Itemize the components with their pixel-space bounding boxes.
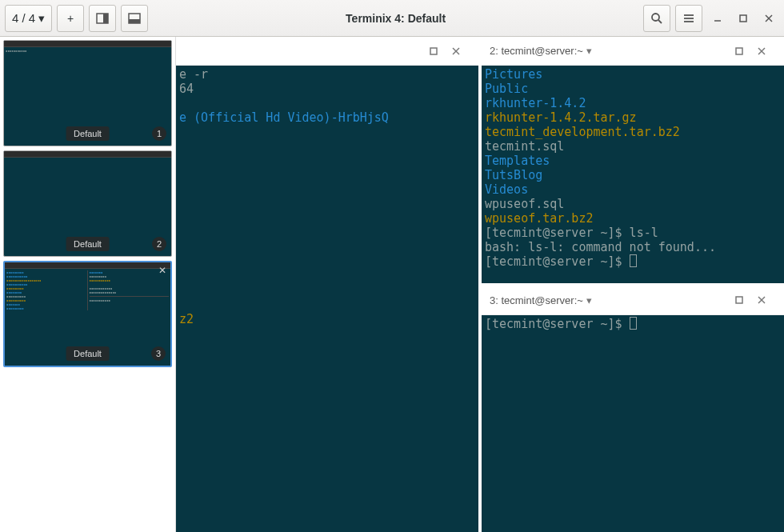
svg-rect-10 bbox=[740, 15, 746, 22]
pane-close-button[interactable] bbox=[757, 46, 776, 56]
svg-line-5 bbox=[658, 20, 662, 23]
split-down-button[interactable] bbox=[121, 5, 148, 32]
terminal-left[interactable]: e -r 64 e (Official Hd Video)-HrbHjsQ z2 bbox=[176, 66, 478, 532]
close-icon bbox=[764, 14, 774, 23]
minimize-icon bbox=[713, 14, 722, 23]
minimize-button[interactable] bbox=[707, 8, 728, 29]
header-bar: 4 / 4 ▾ + Terminix 4: Default bbox=[0, 0, 784, 37]
hamburger-icon bbox=[682, 12, 695, 25]
session-number: 1 bbox=[152, 126, 166, 141]
maximize-icon bbox=[734, 46, 744, 56]
pane-header-top-right: 2: tecmint@server:~ ▾ bbox=[482, 37, 784, 66]
split-right-icon bbox=[96, 12, 109, 25]
pane-header-left bbox=[176, 37, 478, 66]
content-area: ▪▪▪▪▪▪▪▪▪▪▪ Default 1 Default 2 ✕ ▪▪▪▪▪▪… bbox=[0, 37, 784, 532]
svg-rect-3 bbox=[129, 19, 140, 23]
session-name: Default bbox=[66, 346, 110, 361]
session-number: 2 bbox=[152, 237, 166, 251]
pane-close-button[interactable] bbox=[757, 295, 776, 305]
svg-rect-16 bbox=[736, 48, 742, 54]
pane-title: 3: tecmint@server:~ bbox=[490, 294, 583, 306]
maximize-icon bbox=[738, 14, 748, 23]
bottom-right-pane: 3: tecmint@server:~ ▾ [tecmint@server ~]… bbox=[482, 286, 784, 533]
session-thumb-3[interactable]: ✕ ▪▪▪▪▪▪▪▪▪▪▪▪▪▪▪▪▪▪▪▪▪▪▪▪▪▪▪▪▪▪▪▪▪▪▪▪▪▪… bbox=[3, 261, 172, 367]
plus-icon: + bbox=[67, 12, 74, 25]
maximize-icon bbox=[734, 295, 744, 305]
maximize-button[interactable] bbox=[733, 8, 754, 29]
pane-header-bottom-right: 3: tecmint@server:~ ▾ bbox=[482, 286, 784, 315]
svg-point-4 bbox=[652, 14, 659, 21]
search-button[interactable] bbox=[643, 5, 670, 32]
pane-close-button[interactable] bbox=[451, 46, 470, 56]
top-right-pane: 2: tecmint@server:~ ▾ Pictures Public rk… bbox=[482, 37, 784, 283]
close-icon bbox=[451, 46, 461, 56]
chevron-down-icon: ▾ bbox=[38, 11, 45, 26]
session-number: 3 bbox=[151, 346, 166, 361]
session-name: Default bbox=[66, 126, 110, 141]
left-pane: e -r 64 e (Official Hd Video)-HrbHjsQ z2 bbox=[176, 37, 478, 532]
session-name: Default bbox=[66, 237, 110, 251]
close-icon bbox=[757, 46, 766, 56]
menu-button[interactable] bbox=[675, 5, 702, 32]
pane-maximize-button[interactable] bbox=[429, 46, 448, 56]
pane-maximize-button[interactable] bbox=[734, 46, 754, 56]
chevron-down-icon[interactable]: ▾ bbox=[586, 294, 592, 306]
split-down-icon bbox=[128, 12, 141, 25]
svg-rect-1 bbox=[103, 14, 108, 23]
thumb-close-icon[interactable]: ✕ bbox=[158, 265, 166, 276]
terminal-panes: e -r 64 e (Official Hd Video)-HrbHjsQ z2… bbox=[176, 37, 784, 532]
svg-rect-19 bbox=[736, 297, 742, 303]
terminal-top-right[interactable]: Pictures Public rkhunter-1.4.2 rkhunter-… bbox=[482, 66, 784, 283]
close-button[interactable] bbox=[758, 8, 779, 29]
chevron-down-icon[interactable]: ▾ bbox=[586, 45, 592, 57]
pane-maximize-button[interactable] bbox=[734, 295, 754, 305]
terminal-bottom-right[interactable]: [tecmint@server ~]$ bbox=[482, 315, 784, 533]
maximize-icon bbox=[429, 46, 438, 56]
close-icon bbox=[757, 295, 766, 305]
new-session-button[interactable]: + bbox=[57, 5, 84, 32]
search-icon bbox=[650, 12, 663, 25]
session-thumb-1[interactable]: ▪▪▪▪▪▪▪▪▪▪▪ Default 1 bbox=[3, 40, 172, 146]
session-thumb-2[interactable]: Default 2 bbox=[3, 150, 172, 257]
split-right-button[interactable] bbox=[89, 5, 116, 32]
pane-title: 2: tecmint@server:~ bbox=[490, 45, 583, 57]
header-right bbox=[643, 5, 779, 32]
session-selector[interactable]: 4 / 4 ▾ bbox=[5, 5, 52, 32]
right-panes: 2: tecmint@server:~ ▾ Pictures Public rk… bbox=[482, 37, 784, 532]
session-sidebar: ▪▪▪▪▪▪▪▪▪▪▪ Default 1 Default 2 ✕ ▪▪▪▪▪▪… bbox=[0, 37, 176, 532]
window-title: Terminix 4: Default bbox=[153, 12, 638, 25]
session-count: 4 / 4 bbox=[12, 11, 35, 25]
svg-rect-13 bbox=[430, 48, 437, 54]
